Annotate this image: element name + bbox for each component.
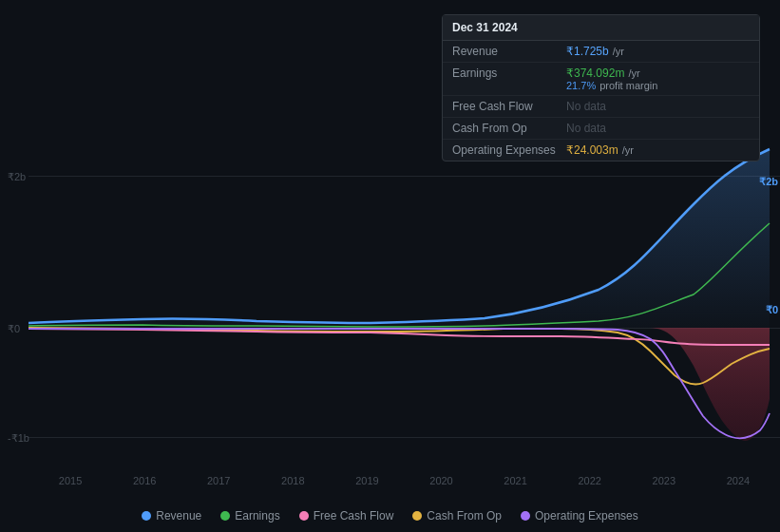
tooltip-card: Dec 31 2024 Revenue ₹1.725b /yr Earnings…	[442, 14, 760, 162]
legend-label-cfo: Cash From Op	[427, 509, 502, 522]
tooltip-revenue-unit: /yr	[613, 46, 624, 57]
legend-label-earnings: Earnings	[235, 509, 279, 522]
tooltip-earnings-row: Earnings ₹374.092m /yr 21.7% profit marg…	[443, 63, 759, 96]
x-label-2016: 2016	[133, 475, 156, 486]
tooltip-profit-margin-pct: 21.7%	[566, 80, 596, 91]
tooltip-opex-unit: /yr	[622, 144, 634, 156]
legend-cash-from-op[interactable]: Cash From Op	[412, 509, 502, 522]
x-label-2023: 2023	[653, 475, 675, 486]
tooltip-revenue-row: Revenue ₹1.725b /yr	[443, 41, 759, 63]
tooltip-earnings-label: Earnings	[452, 66, 566, 80]
y-label-mid: ₹0	[8, 323, 20, 335]
x-label-2020: 2020	[429, 475, 452, 486]
legend-dot-revenue	[142, 511, 151, 521]
legend-dot-fcf	[299, 511, 309, 521]
x-label-2022: 2022	[578, 475, 600, 486]
legend-operating-expenses[interactable]: Operating Expenses	[521, 509, 638, 522]
tooltip-revenue-label: Revenue	[452, 45, 566, 58]
x-label-2018: 2018	[281, 475, 304, 486]
tooltip-earnings-unit: /yr	[628, 67, 639, 79]
x-label-2021: 2021	[504, 475, 526, 486]
legend-revenue[interactable]: Revenue	[142, 509, 201, 522]
tooltip-cfo-row: Cash From Op No data	[443, 118, 759, 140]
x-label-2024: 2024	[727, 475, 750, 486]
tooltip-opex-row: Operating Expenses ₹24.003m /yr	[443, 140, 759, 161]
chart-container: ₹2b ₹0 -₹1b ₹2b ₹0	[0, 0, 780, 532]
cash-from-op-line	[29, 328, 770, 385]
tooltip-cfo-label: Cash From Op	[452, 122, 566, 135]
y-label-top: ₹2b	[8, 171, 26, 183]
chart-svg	[29, 147, 780, 451]
x-axis-labels: 2015 2016 2017 2018 2019 2020 2021 2022 …	[29, 475, 780, 486]
tooltip-date: Dec 31 2024	[443, 15, 759, 41]
operating-expenses-line	[29, 329, 770, 438]
tooltip-fcf-value: No data	[566, 100, 606, 113]
x-label-2017: 2017	[207, 475, 230, 486]
tooltip-fcf-label: Free Cash Flow	[452, 100, 566, 113]
revenue-area	[29, 149, 770, 328]
tooltip-cfo-value: No data	[566, 122, 606, 135]
y-label-bottom: -₹1b	[8, 432, 29, 445]
legend-dot-cfo	[412, 511, 422, 521]
legend-dot-earnings	[220, 511, 230, 521]
legend-dot-opex	[521, 511, 530, 521]
x-label-2019: 2019	[355, 475, 378, 486]
tooltip-opex-label: Operating Expenses	[452, 143, 566, 157]
x-label-2015: 2015	[59, 475, 82, 486]
tooltip-opex-value: ₹24.003m	[566, 143, 618, 157]
tooltip-profit-margin-label: profit margin	[599, 80, 657, 91]
legend-label-opex: Operating Expenses	[535, 509, 638, 522]
legend-earnings[interactable]: Earnings	[220, 509, 279, 522]
legend-label-fcf: Free Cash Flow	[314, 509, 394, 522]
tooltip-revenue-value: ₹1.725b	[566, 45, 609, 58]
tooltip-fcf-row: Free Cash Flow No data	[443, 96, 759, 118]
tooltip-earnings-value: ₹374.092m	[566, 66, 624, 80]
legend-label-revenue: Revenue	[156, 509, 201, 522]
chart-legend: Revenue Earnings Free Cash Flow Cash Fro…	[0, 509, 780, 522]
legend-free-cash-flow[interactable]: Free Cash Flow	[299, 509, 394, 522]
